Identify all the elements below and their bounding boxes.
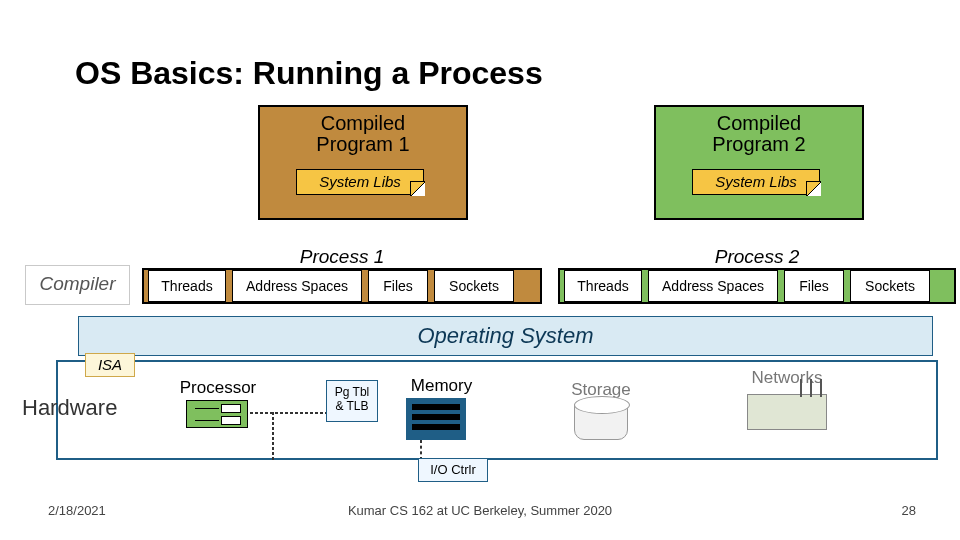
proc2-address-spaces: Address Spaces: [648, 270, 778, 302]
process-2-row: Process 2 Threads Address Spaces Files S…: [558, 268, 956, 304]
system-libs-2: System Libs: [692, 169, 820, 195]
proc1-address-spaces: Address Spaces: [232, 270, 362, 302]
processor-label: Processor: [158, 378, 278, 398]
program1-label: CompiledProgram 1: [260, 113, 466, 155]
footer-page: 28: [902, 503, 916, 518]
process-1-label: Process 1: [144, 246, 540, 268]
operating-system-band: Operating System: [78, 316, 933, 356]
program2-label: CompiledProgram 2: [656, 113, 862, 155]
proc1-files: Files: [368, 270, 428, 302]
footer-center: Kumar CS 162 at UC Berkeley, Summer 2020: [0, 503, 960, 518]
proc1-threads: Threads: [148, 270, 226, 302]
page-table-tlb: Pg Tbl& TLB: [326, 380, 378, 422]
storage-icon: [574, 404, 628, 440]
network-card-icon: [747, 394, 827, 430]
cpu-icon: [186, 400, 248, 428]
compiled-program-1: CompiledProgram 1 System Libs: [258, 105, 468, 220]
compiled-program-2: CompiledProgram 2 System Libs: [654, 105, 864, 220]
memory-block: Memory: [384, 376, 499, 396]
memory-icon: [406, 398, 466, 440]
slide-title: OS Basics: Running a Process: [75, 55, 543, 92]
io-controller: I/O Ctrlr: [418, 458, 488, 482]
hardware-label: Hardware: [22, 395, 117, 421]
process-1-row: Process 1 Threads Address Spaces Files S…: [142, 268, 542, 304]
pgtbl-label: Pg Tbl& TLB: [326, 380, 378, 422]
compiler-box: Compiler: [25, 265, 130, 305]
proc2-sockets: Sockets: [850, 270, 930, 302]
proc2-threads: Threads: [564, 270, 642, 302]
process-2-label: Process 2: [560, 246, 954, 268]
proc1-sockets: Sockets: [434, 270, 514, 302]
isa-box: ISA: [85, 353, 135, 377]
processor-block: Processor: [158, 378, 278, 428]
networks-label: Networks: [712, 368, 862, 388]
memory-label: Memory: [384, 376, 499, 396]
system-libs-1: System Libs: [296, 169, 424, 195]
storage-block: Storage: [556, 380, 646, 440]
networks-block: Networks: [712, 368, 862, 430]
dashed-down-2: [420, 440, 422, 460]
proc2-files: Files: [784, 270, 844, 302]
